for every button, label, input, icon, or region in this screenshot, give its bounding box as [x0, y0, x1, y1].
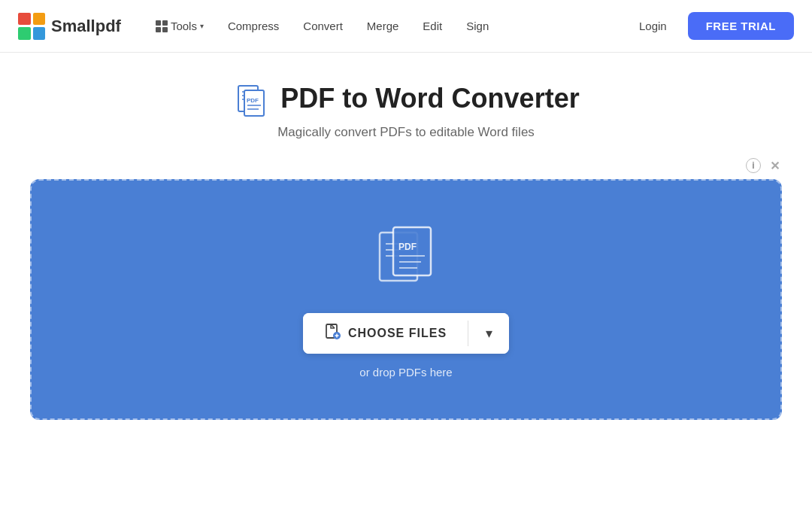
nav-tools[interactable]: Tools ▾ [145, 14, 214, 38]
logo-cell-green [18, 27, 31, 40]
drop-zone[interactable]: PDF CHOOSE FILES [30, 179, 782, 420]
drop-text: or drop PDFs here [359, 366, 452, 379]
file-upload-icon [324, 323, 341, 343]
tools-grid-icon [156, 20, 168, 32]
nav-convert[interactable]: Convert [292, 14, 353, 38]
logo-icon [18, 13, 45, 40]
info-icons: i ✕ [746, 158, 782, 173]
close-icon[interactable]: ✕ [767, 158, 782, 173]
title-section: PDF PDF to Word Converter Magically conv… [232, 80, 579, 140]
page-title: PDF to Word Converter [280, 83, 579, 114]
choose-files-button[interactable]: CHOOSE FILES [303, 313, 468, 354]
info-icon[interactable]: i [746, 158, 761, 173]
logo-cell-red [18, 13, 31, 26]
dropdown-arrow-icon: ▾ [486, 325, 492, 342]
svg-text:PDF: PDF [398, 242, 417, 252]
svg-text:PDF: PDF [247, 97, 259, 104]
choose-files-container[interactable]: CHOOSE FILES ▾ [303, 313, 509, 354]
title-row: PDF PDF to Word Converter [232, 80, 579, 117]
drop-zone-border [30, 179, 782, 420]
nav-links: Tools ▾ Compress Convert Merge Edit Sign [145, 14, 627, 38]
choose-files-dropdown[interactable]: ▾ [468, 313, 509, 354]
pdf-word-icon: PDF [232, 80, 270, 117]
nav-compress[interactable]: Compress [217, 14, 289, 38]
free-trial-button[interactable]: FREE TRIAL [688, 12, 794, 40]
nav-sign[interactable]: Sign [456, 14, 499, 38]
choose-files-label: CHOOSE FILES [348, 327, 447, 340]
page-subtitle: Magically convert PDFs to editable Word … [277, 125, 535, 140]
nav-merge[interactable]: Merge [356, 14, 410, 38]
login-button[interactable]: Login [627, 14, 679, 38]
nav-tools-label: Tools [171, 20, 197, 32]
nav-right: Login FREE TRIAL [627, 12, 794, 40]
navbar: Smallpdf Tools ▾ Compress Convert Merge … [0, 0, 812, 53]
logo-cell-yellow [33, 13, 46, 26]
logo-text: Smallpdf [51, 17, 121, 36]
tools-chevron-icon: ▾ [200, 22, 204, 30]
nav-edit[interactable]: Edit [412, 14, 453, 38]
main-content: PDF PDF to Word Converter Magically conv… [0, 53, 812, 420]
upload-file-icon [324, 323, 341, 339]
info-bar: i ✕ [30, 158, 782, 173]
logo-cell-blue [33, 27, 46, 40]
logo[interactable]: Smallpdf [18, 13, 121, 40]
pdf-illustration: PDF [372, 221, 440, 292]
pdf-files-icon: PDF [372, 221, 440, 289]
